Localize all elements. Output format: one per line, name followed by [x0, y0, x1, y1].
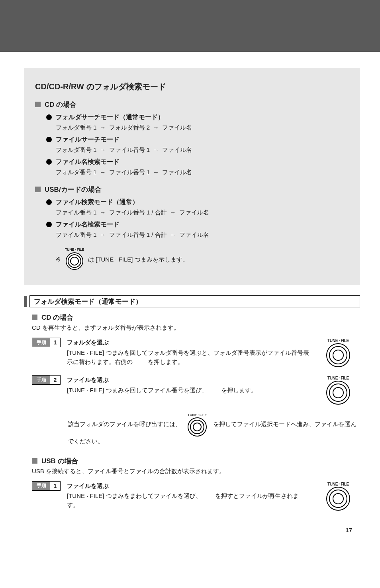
section-tab — [24, 296, 27, 307]
step-number-box: 手順 2 — [32, 375, 61, 385]
panel-sub-cd: CD の場合 — [35, 100, 349, 109]
step-text: [TUNE · FILE] つまみを回してファイル番号を選び、 を押します。 — [67, 385, 309, 395]
mode-item: ファイル検索モード（通常） — [46, 198, 349, 206]
bullet-square — [32, 315, 37, 320]
step-label: 手順 — [32, 376, 50, 384]
step-title: フォルダを選ぶ — [67, 338, 309, 347]
mode-title: ファイル名検索モード — [56, 158, 119, 166]
arrow-icon: → — [100, 146, 106, 154]
tune-file-knob-icon: TUNE · FILE — [324, 375, 353, 407]
sub-title: USB の場合 — [41, 456, 78, 466]
step-text: 該当フォルダのファイルを呼び出すには、 TUNE · FILE を押してファイル… — [68, 413, 360, 446]
mode-title: ファイル検索モード（通常） — [56, 198, 139, 206]
step-text: [TUNE · FILE] つまみをまわしてファイルを選び、 を押すとファイルが… — [67, 491, 309, 510]
step: 手順 1 ファイルを選ぶ [TUNE · FILE] つまみをまわしてファイルを… — [32, 481, 360, 513]
step-number-box: 手順 1 — [32, 481, 61, 491]
step: 手順 1 フォルダを選ぶ [TUNE · FILE] つまみを回してフォルダ番号… — [32, 338, 360, 370]
header-bar — [0, 0, 380, 52]
arrow-icon: → — [153, 169, 159, 176]
section-title: フォルダ検索モード（通常モード） — [29, 295, 360, 307]
arrow-icon: → — [170, 231, 176, 239]
mode-title: ファイル名検索モード — [56, 220, 119, 229]
cd-subsection: CD の場合 — [32, 313, 360, 322]
bullet-square — [35, 187, 41, 192]
step-number: 1 — [50, 482, 60, 490]
section-heading: フォルダ検索モード（通常モード） — [24, 295, 360, 307]
info-panel: CD/CD-R/RW のフォルダ検索モード CD の場合 フォルダサーチモード（… — [24, 68, 360, 285]
step: 該当フォルダのファイルを呼び出すには、 TUNE · FILE を押してファイル… — [32, 413, 360, 446]
arrow-icon: → — [153, 146, 159, 154]
page-number: 17 — [24, 527, 360, 533]
step-label: 手順 — [32, 482, 50, 490]
mode-chain: ファイル番号 1 → ファイル番号 1 / 合計 → ファイル名 — [56, 231, 349, 239]
panel-note: ※ TUNE · FILE ※ は [TUNE · FILE] つまみを示します… — [56, 248, 349, 271]
step-number: 2 — [50, 376, 60, 384]
bullet-dot — [46, 114, 52, 120]
arrow-icon: → — [100, 169, 106, 176]
bullet-dot — [46, 159, 52, 165]
mode-item: フォルダサーチモード（通常モード） — [46, 113, 349, 122]
bullet-square — [32, 458, 37, 464]
sub-title-cd: CD の場合 — [45, 100, 76, 109]
arrow-icon: → — [100, 209, 106, 216]
panel-note-text: は [TUNE · FILE] つまみを示します。 — [88, 256, 188, 264]
bullet-dot — [46, 199, 52, 205]
panel-title: CD/CD-R/RW のフォルダ検索モード — [35, 81, 349, 92]
tune-file-knob-icon: TUNE · FILE — [324, 481, 353, 513]
bullet-square — [35, 102, 41, 107]
arrow-icon: → — [170, 209, 176, 216]
mode-chain: フォルダ番号 1 → ファイル番号 1 → ファイル名 — [56, 169, 349, 176]
step-label: 手順 — [32, 338, 50, 347]
step: 手順 2 ファイルを選ぶ [TUNE · FILE] つまみを回してファイル番号… — [32, 375, 360, 407]
sub-title: CD の場合 — [41, 313, 73, 322]
tune-file-knob-icon: TUNE · FILE — [185, 413, 209, 437]
mode-chain: フォルダ番号 1 → ファイル番号 1 → ファイル名 — [56, 146, 349, 154]
usb-subsection: USB の場合 — [32, 456, 360, 466]
mode-chain: フォルダ番号 1 → フォルダ番号 2 → ファイル名 — [56, 124, 349, 132]
step-number: 1 — [50, 338, 60, 347]
mode-item: ファイル名検索モード — [46, 158, 349, 166]
tune-file-knob-icon: TUNE · FILE — [63, 248, 86, 271]
mode-item: ファイル名検索モード — [46, 220, 349, 229]
bullet-dot — [46, 222, 52, 227]
mode-title: フォルダサーチモード（通常モード） — [56, 113, 164, 122]
mode-title: ファイルサーチモード — [56, 136, 119, 144]
tune-file-knob-icon: TUNE · FILE — [324, 338, 353, 370]
arrow-icon: → — [153, 124, 159, 132]
cd-intro: CD を再生すると、まずフォルダ番号が表示されます。 — [32, 323, 319, 332]
page-body: CD/CD-R/RW のフォルダ検索モード CD の場合 フォルダサーチモード（… — [0, 52, 380, 557]
panel-sub-usb: USB/カードの場合 — [35, 185, 349, 194]
arrow-icon: → — [100, 231, 106, 239]
mode-chain: ファイル番号 1 → ファイル番号 1 / 合計 → ファイル名 — [56, 209, 349, 216]
step-title: ファイルを選ぶ — [67, 375, 309, 384]
arrow-icon: → — [100, 124, 106, 132]
bullet-dot — [46, 137, 52, 142]
usb-intro: USB を接続すると、ファイル番号とファイルの合計数が表示されます。 — [32, 466, 319, 476]
step-text: [TUNE · FILE] つまみを回してフォルダ番号を選ぶと、フォルダ番号表示… — [67, 348, 309, 367]
step-number-box: 手順 1 — [32, 338, 61, 347]
step-title: ファイルを選ぶ — [67, 481, 309, 490]
mode-item: ファイルサーチモード — [46, 136, 349, 144]
sub-title-usb: USB/カードの場合 — [45, 185, 102, 194]
